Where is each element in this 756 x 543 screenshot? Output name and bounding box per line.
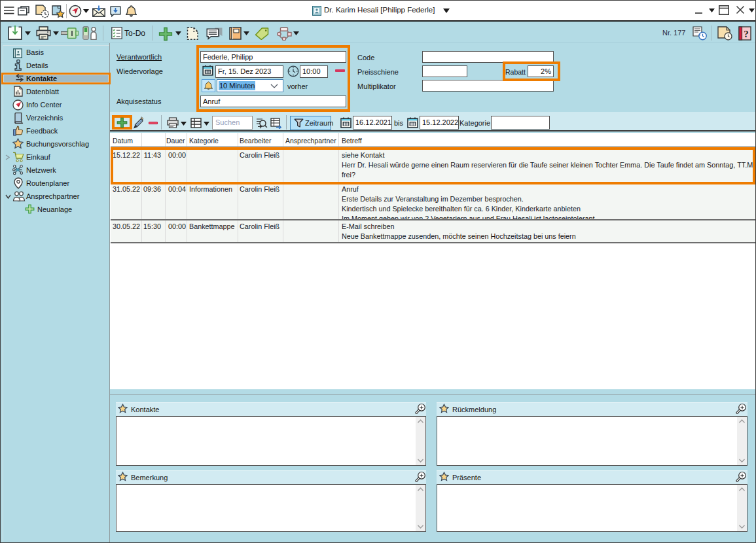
svg-text:?: ? (744, 29, 749, 39)
